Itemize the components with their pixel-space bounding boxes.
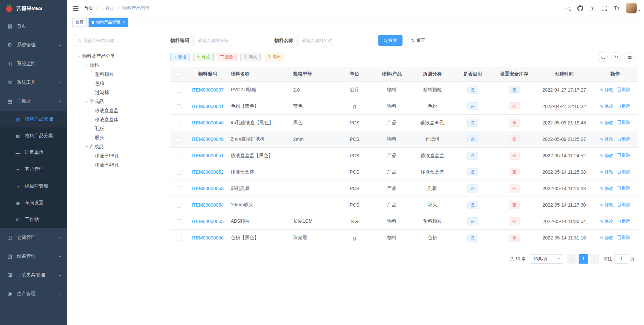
page-goto-input[interactable] bbox=[614, 254, 628, 264]
delete-link[interactable]: 删除 bbox=[618, 234, 630, 240]
row-checkbox[interactable] bbox=[177, 104, 181, 109]
hamburger-menu-icon[interactable] bbox=[67, 0, 84, 17]
sidebar-item-tooling-fixture-mgmt[interactable]: ◪ 工装夹具管理 bbox=[0, 266, 67, 284]
row-checkbox[interactable] bbox=[177, 219, 181, 224]
edit-link[interactable]: ✎修改 bbox=[600, 153, 613, 159]
tree-node[interactable]: 物料 bbox=[74, 61, 162, 70]
material-code-link[interactable]: ITEM00000046 bbox=[192, 120, 224, 125]
breadcrumb-item[interactable]: 首页 bbox=[84, 5, 93, 11]
caret-down-icon[interactable] bbox=[85, 146, 88, 149]
row-checkbox[interactable] bbox=[177, 236, 181, 240]
row-checkbox[interactable] bbox=[177, 203, 181, 208]
import-button[interactable]: ↥导入 bbox=[240, 53, 261, 61]
sidebar-item-warehouse-mgmt[interactable]: ◰ 仓储管理 bbox=[0, 228, 67, 247]
help-icon[interactable]: ? bbox=[587, 3, 598, 14]
sidebar-item-equipment-mgmt[interactable]: ▧ 设备管理 bbox=[0, 247, 67, 266]
edit-link[interactable]: ✎修改 bbox=[600, 87, 613, 93]
edit-button[interactable]: ✎修改 bbox=[193, 53, 214, 61]
table-row[interactable]: ITEM00000053 96孔孔板 PCS 产品 孔板 是 否 2022-05… bbox=[170, 180, 638, 197]
sidebar-item-customer-mgmt[interactable]: ◓ 客户管理 bbox=[0, 161, 67, 178]
tree-node[interactable]: 产成品 bbox=[74, 142, 162, 151]
table-row[interactable]: ITEM00000049 2mm直径过滤棉 2mm PCS 物料 过滤棉 是 否… bbox=[170, 131, 638, 147]
tree-node[interactable]: 移液盒48孔 bbox=[74, 160, 162, 169]
edit-link[interactable]: ✎修改 bbox=[600, 169, 613, 175]
table-row[interactable]: ITEM00000041 色粉【蓝色】 蓝色 g 物料 色粉 是 否 2022-… bbox=[170, 98, 638, 114]
sidebar-item-production-mgmt[interactable]: ◉ 生产管理 bbox=[0, 284, 67, 303]
export-button[interactable]: ↧导出 bbox=[264, 53, 284, 61]
sidebar-item-material-product-category[interactable]: ▩ 物料产品分类 bbox=[0, 127, 67, 144]
material-code-link[interactable]: ITEM00000041 bbox=[192, 104, 224, 109]
sidebar-item-master-data[interactable]: ▤ 主数据 bbox=[0, 92, 67, 111]
sidebar-item-system-tools[interactable]: ⚒ 系统工具 bbox=[0, 73, 67, 92]
delete-link[interactable]: 删除 bbox=[618, 119, 630, 125]
row-checkbox[interactable] bbox=[177, 170, 181, 175]
tree-node[interactable]: 塑料颗粒 bbox=[74, 70, 162, 79]
row-checkbox[interactable] bbox=[177, 121, 181, 125]
delete-link[interactable]: 删除 bbox=[618, 87, 630, 93]
table-row[interactable]: ITEM00000037 PVC2.0颗粒 2.0 公斤 物料 塑料颗粒 是 是… bbox=[170, 82, 638, 98]
sidebar-item-system-monitor[interactable]: ◫ 系统监控 bbox=[0, 54, 67, 73]
edit-link[interactable]: ✎修改 bbox=[600, 235, 613, 241]
caret-down-icon[interactable] bbox=[85, 65, 88, 67]
edit-link[interactable]: ✎修改 bbox=[600, 218, 613, 224]
prev-page-button[interactable]: ‹ bbox=[567, 254, 577, 264]
caret-down-icon[interactable] bbox=[78, 56, 80, 58]
tree-node[interactable]: 孔板 bbox=[74, 124, 162, 133]
tree-node[interactable]: 吸头 bbox=[74, 133, 162, 142]
material-code-link[interactable]: ITEM00000053 bbox=[192, 186, 224, 191]
column-settings-button[interactable]: ▦ bbox=[625, 52, 635, 62]
material-name-input[interactable] bbox=[297, 35, 371, 46]
row-checkbox[interactable] bbox=[177, 137, 181, 142]
logo[interactable]: 苦糖果MES bbox=[0, 0, 67, 17]
edit-link[interactable]: ✎修改 bbox=[600, 136, 613, 142]
edit-link[interactable]: ✎修改 bbox=[600, 120, 613, 126]
tree-node[interactable]: 移液盒96孔 bbox=[74, 151, 162, 160]
delete-link[interactable]: 删除 bbox=[618, 202, 630, 208]
user-menu[interactable] bbox=[626, 3, 641, 14]
material-code-link[interactable]: ITEM00000054 bbox=[192, 202, 224, 208]
sidebar-item-material-product-mgmt[interactable]: ▥ 物料产品管理 bbox=[0, 111, 67, 127]
add-button[interactable]: +新增 bbox=[170, 53, 190, 61]
tree-node[interactable]: 移液盒盒盖 bbox=[74, 106, 162, 115]
reset-button[interactable]: ↻ 重置 bbox=[406, 35, 430, 46]
tree-node[interactable]: 半成品 bbox=[74, 97, 162, 106]
delete-link[interactable]: 删除 bbox=[618, 103, 630, 109]
caret-down-icon[interactable] bbox=[85, 101, 88, 104]
table-row[interactable]: ITEM00000055 ABS颗粒 长度1CM KG 物料 塑料颗粒 是 否 … bbox=[170, 213, 638, 229]
material-code-link[interactable]: ITEM00000052 bbox=[192, 169, 224, 175]
material-code-link[interactable]: ITEM00000055 bbox=[192, 219, 224, 224]
delete-link[interactable]: 删除 bbox=[618, 169, 630, 175]
table-row[interactable]: ITEM00000052 移液盒盒体 PCS 产品 移液盒盒体 是 否 2022… bbox=[170, 164, 638, 180]
delete-link[interactable]: 删除 bbox=[618, 185, 630, 191]
row-checkbox[interactable] bbox=[177, 186, 181, 191]
page-number-button[interactable]: 1 bbox=[579, 254, 588, 264]
table-row[interactable]: ITEM00000046 96孔移液盒【黑色】 黑色 PCS 产品 移液盒96孔… bbox=[170, 114, 638, 131]
tree-node[interactable]: 过滤棉 bbox=[74, 88, 162, 97]
fullscreen-icon[interactable] bbox=[599, 3, 610, 14]
material-code-link[interactable]: ITEM00000037 bbox=[192, 87, 224, 93]
material-code-link[interactable]: ITEM00000056 bbox=[192, 235, 224, 240]
sidebar-item-system-mgmt[interactable]: ⚙ 系统管理 bbox=[0, 36, 67, 54]
category-search-input[interactable] bbox=[83, 38, 159, 43]
row-checkbox[interactable] bbox=[177, 88, 181, 93]
material-code-input[interactable] bbox=[193, 35, 267, 46]
tree-node[interactable]: 物料及产品分类 bbox=[74, 52, 162, 61]
tree-node[interactable]: 移液盒盒体 bbox=[74, 115, 162, 124]
delete-link[interactable]: 删除 bbox=[618, 218, 630, 224]
sidebar-item-home[interactable]: ▦ 首页 bbox=[0, 17, 67, 36]
font-size-icon[interactable]: TT bbox=[611, 3, 622, 14]
table-row[interactable]: ITEM00000056 色粉【黑色】 珠光黑 g 物料 色粉 是 否 2022… bbox=[170, 229, 638, 246]
delete-button[interactable]: 删除 bbox=[217, 53, 237, 61]
delete-link[interactable]: 删除 bbox=[618, 152, 630, 158]
next-page-button[interactable]: › bbox=[590, 254, 599, 264]
edit-link[interactable]: ✎修改 bbox=[600, 202, 613, 208]
table-row[interactable]: ITEM00000051 移液盒盒盖【黑色】 PCS 产品 移液盒盒盖 是 否 … bbox=[170, 147, 638, 164]
select-all-checkbox[interactable] bbox=[177, 72, 181, 77]
page-size-select[interactable]: 10条/页 bbox=[530, 254, 563, 264]
toggle-search-button[interactable] bbox=[598, 52, 608, 62]
sidebar-item-workstation[interactable]: ⊞ 工作站 bbox=[0, 211, 67, 228]
tag-home[interactable]: 首页 bbox=[72, 18, 87, 27]
breadcrumb-item[interactable]: 主数据 bbox=[101, 5, 115, 11]
edit-link[interactable]: ✎修改 bbox=[600, 185, 613, 192]
material-code-link[interactable]: ITEM00000049 bbox=[192, 137, 224, 142]
